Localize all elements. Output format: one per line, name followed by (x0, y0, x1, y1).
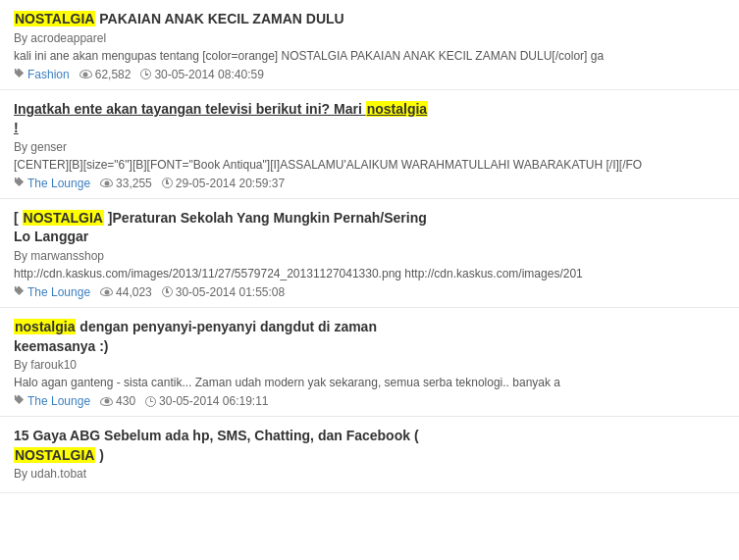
view-count: 33,255 (100, 177, 152, 190)
post-author: By farouk10 (14, 358, 725, 372)
post-author: By acrodeapparel (14, 31, 725, 45)
date-text: 30-05-2014 08:40:59 (154, 68, 263, 81)
category-link[interactable]: The Lounge (27, 394, 90, 408)
post-category: The Lounge (14, 177, 90, 190)
post-excerpt: Halo agan ganteng - sista cantik... Zama… (14, 376, 720, 389)
post-title[interactable]: [ NOSTALGIA ]Peraturan Sekolah Yang Mung… (14, 209, 725, 247)
date-text: 29-05-2014 20:59:37 (176, 177, 285, 190)
post-meta: Fashion62,58230-05-2014 08:40:59 (14, 68, 725, 81)
post-date: 30-05-2014 06:19:11 (145, 394, 268, 408)
view-count: 430 (100, 394, 135, 408)
post-author: By genser (14, 140, 725, 154)
post-meta: The Lounge43030-05-2014 06:19:11 (14, 394, 725, 408)
list-item: nostalgia dengan penyanyi-penyanyi dangd… (0, 308, 739, 417)
tag-icon (14, 68, 25, 81)
post-author: By udah.tobat (14, 467, 725, 481)
post-meta: The Lounge44,02330-05-2014 01:55:08 (14, 285, 725, 299)
post-excerpt: kali ini ane akan mengupas tentang [colo… (14, 49, 720, 63)
post-meta: The Lounge33,25529-05-2014 20:59:37 (14, 177, 725, 190)
tag-icon (14, 285, 25, 299)
date-text: 30-05-2014 01:55:08 (176, 285, 285, 299)
tag-icon (14, 394, 25, 408)
post-title[interactable]: Ingatkah ente akan tayangan televisi ber… (14, 100, 725, 138)
views-text: 33,255 (116, 177, 152, 190)
eye-icon (100, 397, 113, 406)
list-item: [ NOSTALGIA ]Peraturan Sekolah Yang Mung… (0, 199, 739, 308)
views-text: 44,023 (116, 285, 152, 299)
category-link[interactable]: The Lounge (27, 177, 90, 190)
list-item: 15 Gaya ABG Sebelum ada hp, SMS, Chattin… (0, 417, 739, 493)
post-date: 30-05-2014 01:55:08 (162, 285, 285, 299)
view-count: 44,023 (100, 285, 152, 299)
eye-icon (100, 178, 113, 187)
category-link[interactable]: Fashion (27, 68, 70, 81)
post-excerpt: [CENTER][B][size="6"][B][FONT="Book Anti… (14, 158, 720, 172)
post-category: The Lounge (14, 394, 90, 408)
clock-icon (162, 178, 173, 188)
clock-icon (162, 286, 173, 297)
post-category: Fashion (14, 68, 70, 81)
post-date: 30-05-2014 08:40:59 (140, 68, 263, 81)
date-text: 30-05-2014 06:19:11 (159, 394, 268, 408)
post-list: NOSTALGIA PAKAIAN ANAK KECIL ZAMAN DULUB… (0, 0, 739, 493)
post-title[interactable]: NOSTALGIA PAKAIAN ANAK KECIL ZAMAN DULU (14, 10, 725, 29)
category-link[interactable]: The Lounge (27, 285, 90, 299)
clock-icon (145, 396, 156, 407)
post-author: By marwansshop (14, 249, 725, 263)
eye-icon (79, 70, 92, 78)
post-title[interactable]: nostalgia dengan penyanyi-penyanyi dangd… (14, 318, 725, 356)
post-category: The Lounge (14, 285, 90, 299)
post-excerpt: http://cdn.kaskus.com/images/2013/11/27/… (14, 267, 720, 280)
views-text: 430 (116, 394, 135, 408)
post-title[interactable]: 15 Gaya ABG Sebelum ada hp, SMS, Chattin… (14, 427, 725, 465)
post-date: 29-05-2014 20:59:37 (162, 177, 285, 190)
list-item: NOSTALGIA PAKAIAN ANAK KECIL ZAMAN DULUB… (0, 0, 739, 90)
clock-icon (140, 69, 151, 79)
eye-icon (100, 287, 113, 296)
views-text: 62,582 (95, 68, 132, 81)
tag-icon (14, 177, 25, 190)
list-item: Ingatkah ente akan tayangan televisi ber… (0, 90, 739, 199)
view-count: 62,582 (79, 68, 132, 81)
